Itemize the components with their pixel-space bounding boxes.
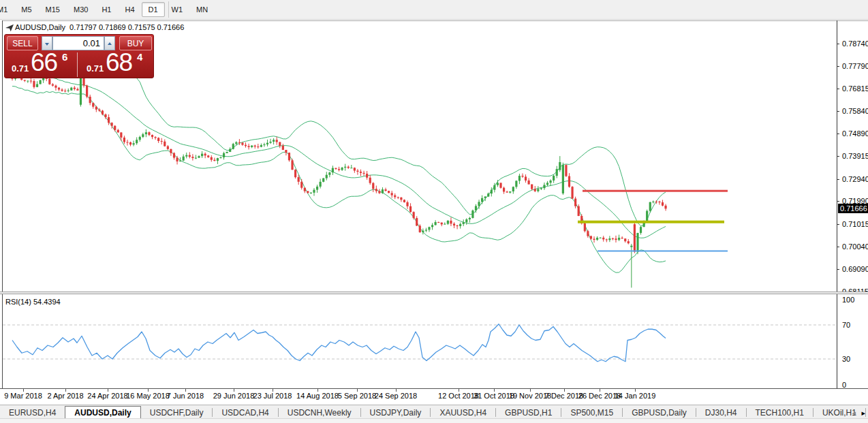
date-tick-label: 2 Apr 2018 [47, 392, 83, 400]
tab-scroll-left-icon[interactable]: ◂ [852, 409, 856, 418]
date-axis[interactable]: 9 Mar 20182 Apr 201824 Apr 201816 May 20… [0, 388, 868, 405]
chart-window[interactable]: AUDUSD,Daily 0.71797 0.71869 0.71575 0.7… [0, 20, 868, 405]
sell-price-display[interactable]: 0.71 66 6 [6, 52, 78, 77]
chart-tab-audusd-daily[interactable]: AUDUSD,Daily [65, 406, 140, 420]
date-tick-label: 7 Jun 2018 [167, 392, 204, 400]
one-click-trading-panel: SELL 0.01 BUY 0.71 66 6 0.71 68 4 [4, 34, 154, 78]
lot-size-input[interactable]: 0.01 [52, 36, 104, 50]
date-tick-label: 14 Jan 2019 [615, 392, 656, 400]
price-tick-label: 0.71015 [842, 220, 868, 228]
rsi-label: RSI(14) 54.4394 [5, 298, 61, 306]
date-tick-label: 9 Mar 2018 [4, 392, 42, 400]
rsi-level-label: 30 [842, 355, 868, 363]
timeframe-button-M1[interactable]: M1 [0, 2, 14, 17]
tab-scroll-right-icon[interactable]: ▸ [861, 409, 865, 418]
date-tick-label: 24 Sep 2018 [375, 392, 417, 400]
date-tick-label: 14 Aug 2018 [296, 392, 339, 400]
date-tick-label: 23 Jul 2018 [253, 392, 292, 400]
date-tick-label: 7 Dec 2018 [545, 392, 583, 400]
timeframe-button-M30[interactable]: M30 [67, 2, 95, 17]
price-tick-label: 0.70040 [842, 242, 868, 251]
timeframe-button-D1[interactable]: D1 [142, 2, 165, 17]
date-tick-label: 29 Jun 2018 [213, 392, 255, 400]
price-tick-label: 0.72940 [842, 175, 868, 183]
price-tick-label: 0.76815 [842, 84, 868, 93]
timeframe-button-H4[interactable]: H4 [118, 2, 141, 17]
triangle-down-icon [45, 43, 49, 46]
timeframe-button-MN[interactable]: MN [189, 2, 215, 17]
timeframe-button-H1[interactable]: H1 [95, 2, 118, 17]
sell-price-big: 66 [31, 48, 57, 77]
trading-terminal-window: M1M5M15M30H1H4D1W1MN AUDUSD,Daily 0.7179… [0, 0, 868, 423]
date-tick-label: 12 Oct 2018 [438, 392, 479, 400]
timeframe-toolbar: M1M5M15M30H1H4D1W1MN [0, 0, 868, 20]
triangle-up-icon [108, 42, 112, 45]
buy-price-prefix: 0.71 [87, 63, 104, 74]
timeframe-button-M15[interactable]: M15 [39, 2, 67, 17]
price-tick-label: 0.73915 [842, 152, 868, 160]
rsi-indicator-plot[interactable] [0, 294, 837, 388]
date-tick-label: 5 Sep 2018 [338, 392, 376, 400]
rsi-level-label: 70 [842, 321, 868, 329]
status-strip [0, 418, 868, 423]
rsi-level-label: 100 [842, 296, 868, 304]
sell-price-prefix: 0.71 [12, 63, 29, 74]
rsi-level-label: 0 [842, 381, 868, 389]
price-tick-label: 0.74890 [842, 129, 868, 138]
date-tick-label: 16 May 2018 [126, 392, 170, 400]
current-price-tag: 0.71666 [838, 204, 868, 213]
sell-price-sup: 6 [62, 51, 67, 63]
buy-price-sup: 4 [137, 51, 142, 63]
price-tick-label: 0.69090 [842, 265, 868, 273]
timeframe-button-M5[interactable]: M5 [14, 2, 38, 17]
buy-price-display[interactable]: 0.71 68 4 [81, 52, 152, 77]
date-tick-label: 24 Apr 2018 [87, 392, 127, 400]
price-tick-label: 0.75840 [842, 107, 868, 115]
price-axis-line [837, 20, 837, 388]
buy-price-big: 68 [106, 48, 132, 77]
price-tick-label: 0.77790 [842, 62, 868, 70]
toolbar-separator [168, 1, 169, 18]
price-tick-label: 0.78740 [842, 40, 868, 48]
